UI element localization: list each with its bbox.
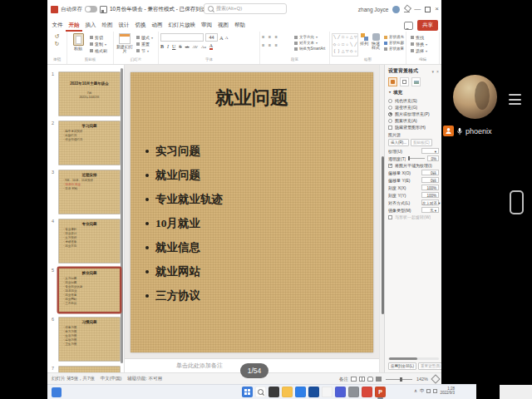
- zoom-level[interactable]: 142%: [416, 377, 428, 382]
- change-case-icon[interactable]: Aa: [201, 45, 206, 49]
- participant-video-tile[interactable]: phoenix: [443, 71, 532, 150]
- italic-button[interactable]: I: [167, 44, 169, 49]
- ribbon-display-options-icon[interactable]: [404, 6, 410, 12]
- section-button[interactable]: 节▾: [136, 48, 153, 53]
- comment-icon[interactable]: [404, 22, 413, 30]
- paste-button[interactable]: 粘贴: [69, 33, 87, 51]
- slide-bullet[interactable]: 实习问题: [145, 139, 373, 163]
- slide-title[interactable]: 就业问题: [131, 86, 373, 111]
- shape-effects-button[interactable]: 形状效果: [384, 47, 404, 51]
- ribbon-tab-帮助[interactable]: 帮助: [232, 18, 249, 32]
- slide-thumbnail-5[interactable]: 就业问题· 实习问题· 就业问题· 专业就业轨迹· 10月就业· 就业信息· 就…: [58, 268, 121, 313]
- zoom-slider[interactable]: [386, 379, 412, 380]
- alignment-icons[interactable]: ≡ ≡ ≡: [262, 42, 292, 48]
- ribbon-tab-审阅[interactable]: 审阅: [199, 18, 215, 32]
- slide-bullet[interactable]: 就业网站: [145, 259, 373, 283]
- minimize-button[interactable]: —: [414, 6, 421, 12]
- tray-ime-icon[interactable]: 中: [420, 388, 425, 394]
- slide-thumbnail-2[interactable]: 学习问题· 期中考试安排· 出勤情况· 作业完成情况: [58, 121, 121, 165]
- insert-picture-button[interactable]: 插入(R)...: [388, 139, 409, 146]
- taskbar-icon-search[interactable]: [255, 387, 266, 397]
- shapes-gallery[interactable]: ╲╱□○△▽ ◇☆□○╲╱ {}△▽◇○: [332, 33, 358, 57]
- hide-background-checkbox[interactable]: 隐藏背景图形(H): [388, 124, 439, 131]
- language-indicator[interactable]: 中文(中国): [101, 376, 122, 382]
- slideshow-view-icon[interactable]: [376, 377, 382, 382]
- underline-button[interactable]: U: [172, 44, 175, 49]
- slide-thumbnail-4[interactable]: 专业问题· 专业课程· 毕业设计· 实习安排· 考研准备· 就业方向: [58, 219, 121, 264]
- layout-button[interactable]: 版式▾: [136, 35, 153, 40]
- pane-close-icon[interactable]: ×: [436, 69, 439, 74]
- accessibility-status[interactable]: 辅助功能: 不可用: [127, 376, 162, 382]
- field-value-input[interactable]: 左上对齐 ▾: [421, 200, 439, 205]
- ribbon-tab-切换[interactable]: 切换: [132, 18, 149, 32]
- ribbon-tab-插入[interactable]: 插入: [82, 18, 99, 32]
- cut-button[interactable]: 剪切: [90, 35, 107, 40]
- ribbon-tab-动画[interactable]: 动画: [149, 18, 165, 32]
- fill-tab-icon[interactable]: [388, 77, 397, 86]
- slide-bullet[interactable]: 专业就业轨迹: [145, 187, 373, 211]
- user-avatar[interactable]: [392, 6, 400, 13]
- character-spacing-icon[interactable]: AV: [192, 45, 198, 49]
- replace-button[interactable]: 替换▾: [411, 42, 427, 47]
- share-button[interactable]: 共享: [417, 20, 438, 31]
- transparency-value[interactable]: 0%: [427, 155, 439, 161]
- taskbar-icon-chrome[interactable]: [362, 387, 372, 397]
- font-size-input[interactable]: 44: [205, 33, 218, 42]
- shadow-button[interactable]: ab: [185, 45, 190, 49]
- select-button[interactable]: 选择▾: [411, 48, 427, 53]
- pane-horizontal-scrollbar[interactable]: [388, 357, 439, 360]
- field-value-input[interactable]: 0磅: [421, 177, 439, 183]
- reading-view-icon[interactable]: [367, 377, 373, 382]
- format-painter-button[interactable]: 格式刷: [90, 48, 107, 53]
- normal-view-icon[interactable]: [351, 377, 357, 382]
- grow-font-icon[interactable]: A: [219, 35, 224, 41]
- clipboard-picture-button[interactable]: 剪贴板(C): [411, 139, 432, 146]
- close-button[interactable]: ×: [435, 6, 439, 12]
- align-text-button[interactable]: 对齐文本▾: [294, 41, 325, 45]
- restore-button[interactable]: [425, 7, 431, 12]
- pane-dropdown-icon[interactable]: ▾: [432, 69, 435, 74]
- user-name[interactable]: zhang Joyce: [358, 7, 389, 12]
- slide-sorter-view-icon[interactable]: [359, 377, 365, 382]
- tray-network-icon[interactable]: [426, 389, 431, 393]
- fit-slide-icon[interactable]: [431, 374, 440, 383]
- ribbon-tab-开始[interactable]: 开始: [66, 18, 82, 32]
- widgets-icon[interactable]: [52, 387, 62, 397]
- taskbar-icon-file-explorer[interactable]: [282, 387, 293, 397]
- shape-fill-button[interactable]: 形状填充: [384, 35, 404, 39]
- strikethrough-button[interactable]: S: [179, 44, 181, 49]
- slide-thumbnail-3[interactable]: 近期安排· 9月、10月、11月安排· 10月份 就业· 11月 材料: [58, 170, 121, 214]
- ribbon-tab-幻灯片放映[interactable]: 幻灯片放映: [165, 18, 199, 32]
- taskbar-icon-edge[interactable]: [295, 387, 306, 397]
- slide-thumbnail-1[interactable]: 2022年10月主题年级会7班2022年10月2日: [58, 71, 121, 116]
- slide-thumbnail-6[interactable]: 习惯问题· 作息习惯· 学习习惯· 生活习惯· 运动习惯· 卫生习惯: [58, 317, 121, 362]
- slide-bullet[interactable]: 10月就业: [145, 211, 373, 235]
- slide-bullet-list[interactable]: 实习问题就业问题专业就业轨迹10月就业就业信息就业网站三方协议: [145, 139, 373, 308]
- fill-option-radio[interactable]: 渐变填充(G): [388, 104, 439, 111]
- find-button[interactable]: 查找: [411, 35, 427, 40]
- texture-dropdown[interactable]: ▾: [421, 148, 439, 154]
- arrange-button[interactable]: 排列: [358, 33, 370, 46]
- bold-button[interactable]: B: [160, 44, 164, 49]
- fill-option-radio[interactable]: 纯色填充(S): [388, 97, 439, 104]
- copy-button[interactable]: 复制▾: [90, 42, 107, 47]
- taskbar-clock[interactable]: 1:28 2022/9/3: [440, 387, 455, 395]
- font-color-button[interactable]: A: [209, 43, 213, 50]
- shape-outline-button[interactable]: 形状轮廓: [384, 41, 404, 45]
- smartart-button[interactable]: 转换为SmartArt: [294, 47, 325, 51]
- tray-expand-icon[interactable]: ∧: [414, 388, 417, 393]
- text-direction-button[interactable]: 文字方向▾: [294, 35, 325, 39]
- undo-icon[interactable]: ↺: [55, 32, 60, 40]
- new-slide-button[interactable]: 新建幻灯片: [116, 33, 134, 53]
- autosave-toggle[interactable]: [85, 6, 97, 12]
- apply-to-all-button[interactable]: 应用到全部(L): [388, 362, 416, 370]
- current-slide[interactable]: 就业问题 实习问题就业问题专业就业轨迹10月就业就业信息就业网站三方协议: [131, 72, 373, 352]
- bullets-numbering-icons[interactable]: ≡ ≡ ≡: [262, 33, 292, 40]
- quick-styles-button[interactable]: 快速样式: [370, 33, 382, 50]
- slide-thumbnail-7[interactable]: [58, 366, 121, 372]
- taskbar-icon-settings[interactable]: [348, 387, 359, 397]
- fill-option-radio[interactable]: 图案填充(A): [388, 117, 439, 124]
- shrink-font-icon[interactable]: A: [225, 36, 229, 40]
- ribbon-tab-绘图[interactable]: 绘图: [99, 18, 116, 32]
- tile-picture-checkbox[interactable]: 将图片平铺为纹理(I): [388, 162, 439, 169]
